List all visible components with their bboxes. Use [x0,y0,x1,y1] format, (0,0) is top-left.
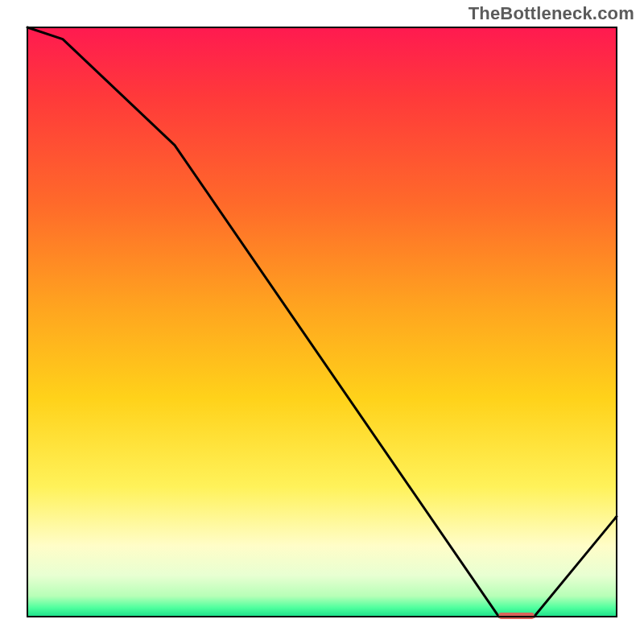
chart-container: TheBottleneck.com [0,0,644,644]
gradient-background [27,27,617,617]
bottleneck-chart [0,0,644,644]
